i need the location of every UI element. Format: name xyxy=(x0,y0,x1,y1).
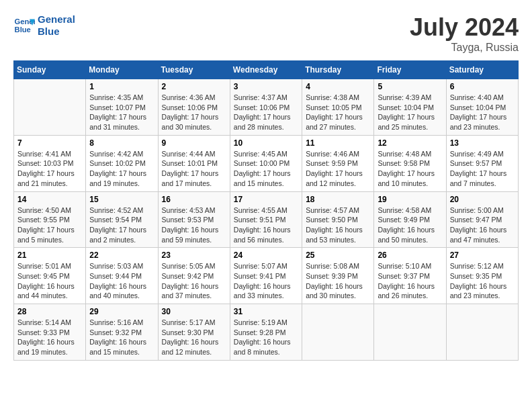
day-number: 14 xyxy=(17,195,82,204)
day-detail: Sunrise: 5:12 AMSunset: 9:35 PMDaylight:… xyxy=(450,261,515,301)
day-number: 31 xyxy=(234,307,298,316)
day-number: 3 xyxy=(234,82,298,91)
location: Tayga, Russia xyxy=(410,42,519,54)
calendar-cell: 24Sunrise: 5:07 AMSunset: 9:41 PMDayligh… xyxy=(230,248,302,304)
day-number: 29 xyxy=(89,307,154,316)
day-detail: Sunrise: 4:50 AMSunset: 9:55 PMDaylight:… xyxy=(17,205,82,245)
day-number: 13 xyxy=(450,138,515,148)
day-number: 25 xyxy=(306,250,370,260)
calendar-cell: 3Sunrise: 4:37 AMSunset: 10:06 PMDayligh… xyxy=(230,79,302,136)
day-number: 15 xyxy=(89,195,154,204)
day-detail: Sunrise: 5:03 AMSunset: 9:44 PMDaylight:… xyxy=(89,261,154,301)
day-number: 17 xyxy=(234,195,298,204)
day-detail: Sunrise: 4:52 AMSunset: 9:54 PMDaylight:… xyxy=(89,205,154,245)
day-detail: Sunrise: 5:00 AMSunset: 9:47 PMDaylight:… xyxy=(450,205,515,245)
logo: General Blue GeneralBlue xyxy=(13,13,75,38)
day-number: 26 xyxy=(378,250,442,260)
calendar-cell: 22Sunrise: 5:03 AMSunset: 9:44 PMDayligh… xyxy=(86,248,158,304)
day-number: 6 xyxy=(450,82,515,91)
day-detail: Sunrise: 5:16 AMSunset: 9:32 PMDaylight:… xyxy=(89,318,154,357)
weekday-header-friday: Friday xyxy=(374,61,446,79)
week-row-2: 7Sunrise: 4:41 AMSunset: 10:03 PMDayligh… xyxy=(14,135,519,191)
day-number: 8 xyxy=(89,138,154,148)
calendar-cell: 1Sunrise: 4:35 AMSunset: 10:07 PMDayligh… xyxy=(86,79,158,136)
day-detail: Sunrise: 4:49 AMSunset: 9:57 PMDaylight:… xyxy=(450,149,515,189)
calendar-cell: 27Sunrise: 5:12 AMSunset: 9:35 PMDayligh… xyxy=(446,248,518,304)
day-detail: Sunrise: 4:57 AMSunset: 9:50 PMDaylight:… xyxy=(306,205,370,245)
day-number: 20 xyxy=(450,195,515,204)
calendar-cell: 5Sunrise: 4:39 AMSunset: 10:04 PMDayligh… xyxy=(374,79,446,136)
day-number: 10 xyxy=(234,138,298,148)
calendar-cell: 17Sunrise: 4:55 AMSunset: 9:51 PMDayligh… xyxy=(230,191,302,248)
day-number: 7 xyxy=(17,138,82,148)
day-number: 1 xyxy=(89,82,154,91)
calendar-cell: 4Sunrise: 4:38 AMSunset: 10:05 PMDayligh… xyxy=(302,79,374,136)
day-number: 30 xyxy=(162,307,226,316)
day-detail: Sunrise: 5:19 AMSunset: 9:28 PMDaylight:… xyxy=(234,318,298,357)
day-detail: Sunrise: 4:42 AMSunset: 10:02 PMDaylight… xyxy=(89,149,154,189)
week-row-1: 1Sunrise: 4:35 AMSunset: 10:07 PMDayligh… xyxy=(14,79,519,136)
day-detail: Sunrise: 4:55 AMSunset: 9:51 PMDaylight:… xyxy=(234,205,298,245)
weekday-header-sunday: Sunday xyxy=(14,61,86,79)
calendar-cell: 25Sunrise: 5:08 AMSunset: 9:39 PMDayligh… xyxy=(302,248,374,304)
calendar-cell: 14Sunrise: 4:50 AMSunset: 9:55 PMDayligh… xyxy=(14,191,86,248)
calendar-cell xyxy=(446,304,518,361)
calendar-cell: 20Sunrise: 5:00 AMSunset: 9:47 PMDayligh… xyxy=(446,191,518,248)
day-detail: Sunrise: 5:01 AMSunset: 9:45 PMDaylight:… xyxy=(17,261,82,301)
calendar-cell: 6Sunrise: 4:40 AMSunset: 10:04 PMDayligh… xyxy=(446,79,518,136)
week-row-4: 21Sunrise: 5:01 AMSunset: 9:45 PMDayligh… xyxy=(14,248,519,304)
week-row-5: 28Sunrise: 5:14 AMSunset: 9:33 PMDayligh… xyxy=(14,304,519,361)
logo-icon: General Blue xyxy=(13,15,35,36)
day-detail: Sunrise: 4:53 AMSunset: 9:53 PMDaylight:… xyxy=(162,205,226,245)
calendar-cell: 18Sunrise: 4:57 AMSunset: 9:50 PMDayligh… xyxy=(302,191,374,248)
day-detail: Sunrise: 4:35 AMSunset: 10:07 PMDaylight… xyxy=(89,93,154,132)
title-block: July 2024 Tayga, Russia xyxy=(410,13,519,54)
day-detail: Sunrise: 4:58 AMSunset: 9:49 PMDaylight:… xyxy=(378,205,442,245)
day-detail: Sunrise: 4:36 AMSunset: 10:06 PMDaylight… xyxy=(162,93,226,132)
weekday-header-tuesday: Tuesday xyxy=(158,61,230,79)
calendar-cell: 11Sunrise: 4:46 AMSunset: 9:59 PMDayligh… xyxy=(302,135,374,191)
calendar-cell xyxy=(14,79,86,136)
day-number: 22 xyxy=(89,250,154,260)
day-number: 21 xyxy=(17,250,82,260)
day-number: 16 xyxy=(162,195,226,204)
day-detail: Sunrise: 5:08 AMSunset: 9:39 PMDaylight:… xyxy=(306,261,370,301)
day-detail: Sunrise: 5:07 AMSunset: 9:41 PMDaylight:… xyxy=(234,261,298,301)
weekday-header-thursday: Thursday xyxy=(302,61,374,79)
calendar-cell xyxy=(302,304,374,361)
logo-text: GeneralBlue xyxy=(38,13,75,38)
calendar-cell: 31Sunrise: 5:19 AMSunset: 9:28 PMDayligh… xyxy=(230,304,302,361)
day-detail: Sunrise: 4:38 AMSunset: 10:05 PMDaylight… xyxy=(306,93,370,132)
day-number: 28 xyxy=(17,307,82,316)
day-detail: Sunrise: 4:37 AMSunset: 10:06 PMDaylight… xyxy=(234,93,298,132)
calendar-cell: 21Sunrise: 5:01 AMSunset: 9:45 PMDayligh… xyxy=(14,248,86,304)
calendar-cell: 19Sunrise: 4:58 AMSunset: 9:49 PMDayligh… xyxy=(374,191,446,248)
page-header: General Blue GeneralBlue July 2024 Tayga… xyxy=(13,13,519,54)
calendar-cell: 12Sunrise: 4:48 AMSunset: 9:58 PMDayligh… xyxy=(374,135,446,191)
day-number: 27 xyxy=(450,250,515,260)
day-detail: Sunrise: 4:48 AMSunset: 9:58 PMDaylight:… xyxy=(378,149,442,189)
day-detail: Sunrise: 4:41 AMSunset: 10:03 PMDaylight… xyxy=(17,149,82,189)
day-number: 5 xyxy=(378,82,442,91)
calendar-cell: 9Sunrise: 4:44 AMSunset: 10:01 PMDayligh… xyxy=(158,135,230,191)
day-number: 19 xyxy=(378,195,442,204)
week-row-3: 14Sunrise: 4:50 AMSunset: 9:55 PMDayligh… xyxy=(14,191,519,248)
day-number: 2 xyxy=(162,82,226,91)
calendar-cell: 13Sunrise: 4:49 AMSunset: 9:57 PMDayligh… xyxy=(446,135,518,191)
day-detail: Sunrise: 5:17 AMSunset: 9:30 PMDaylight:… xyxy=(162,318,226,357)
day-detail: Sunrise: 4:45 AMSunset: 10:00 PMDaylight… xyxy=(234,149,298,189)
weekday-header-row: SundayMondayTuesdayWednesdayThursdayFrid… xyxy=(14,61,519,79)
calendar-table: SundayMondayTuesdayWednesdayThursdayFrid… xyxy=(13,60,519,361)
day-number: 24 xyxy=(234,250,298,260)
calendar-cell: 28Sunrise: 5:14 AMSunset: 9:33 PMDayligh… xyxy=(14,304,86,361)
weekday-header-saturday: Saturday xyxy=(446,61,518,79)
day-number: 18 xyxy=(306,195,370,204)
day-detail: Sunrise: 4:39 AMSunset: 10:04 PMDaylight… xyxy=(378,93,442,132)
calendar-cell: 30Sunrise: 5:17 AMSunset: 9:30 PMDayligh… xyxy=(158,304,230,361)
day-detail: Sunrise: 4:40 AMSunset: 10:04 PMDaylight… xyxy=(450,93,515,132)
calendar-cell: 8Sunrise: 4:42 AMSunset: 10:02 PMDayligh… xyxy=(86,135,158,191)
calendar-cell: 2Sunrise: 4:36 AMSunset: 10:06 PMDayligh… xyxy=(158,79,230,136)
calendar-cell: 16Sunrise: 4:53 AMSunset: 9:53 PMDayligh… xyxy=(158,191,230,248)
month-title: July 2024 xyxy=(410,13,519,42)
day-detail: Sunrise: 5:05 AMSunset: 9:42 PMDaylight:… xyxy=(162,261,226,301)
